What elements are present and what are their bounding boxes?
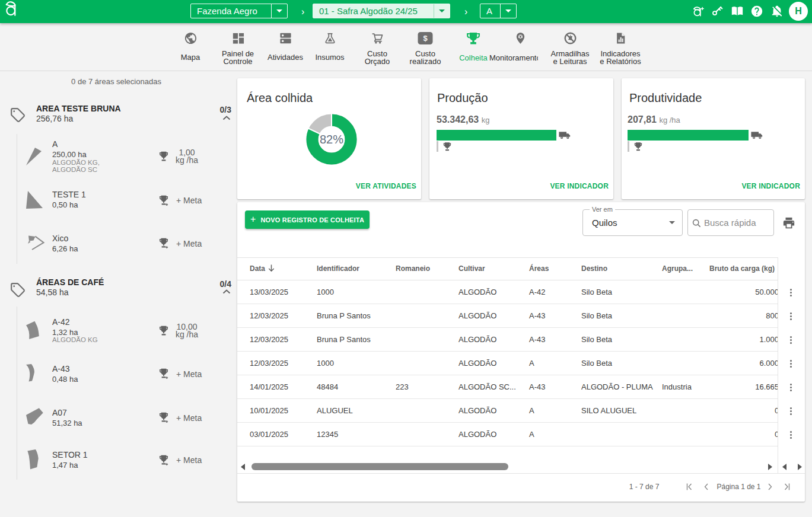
svg-text:$: $ xyxy=(423,34,428,43)
